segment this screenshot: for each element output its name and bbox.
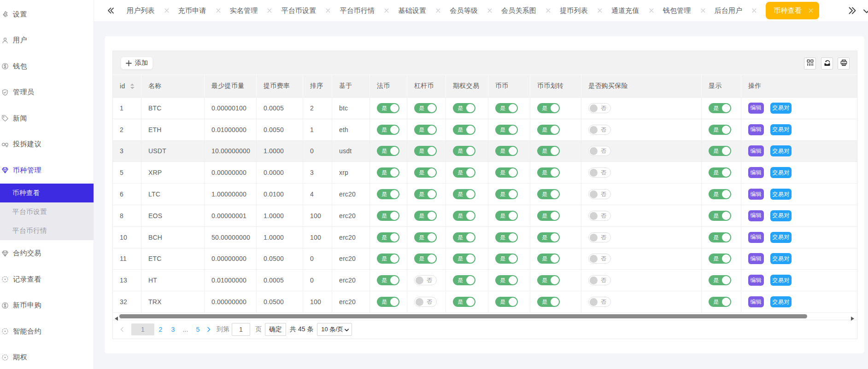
sidebar-item-options[interactable]: 期权 <box>0 344 94 369</box>
page-link-5[interactable]: 5 <box>192 326 204 333</box>
tab-platform-coin-market[interactable]: 平台币行情 <box>340 6 389 15</box>
scrollbar-thumb[interactable] <box>119 314 807 318</box>
edit-button[interactable]: 编辑 <box>748 232 764 243</box>
col-display-header[interactable]: 显示 <box>702 75 741 97</box>
tab-wallet-management[interactable]: 钱包管理 <box>663 6 705 15</box>
fiat-toggle[interactable]: 是 <box>377 103 399 113</box>
coin-transfer-toggle[interactable]: 是 <box>537 103 560 113</box>
table-row[interactable]: 5XRP0.000000000.00003xrp是是是是是否是编辑交易对 <box>113 162 857 184</box>
col-min-withdraw-header[interactable]: 最少提币量 <box>205 75 257 97</box>
display-toggle[interactable]: 是 <box>709 125 731 135</box>
tab-currency-view[interactable]: 币种查看 <box>766 2 819 19</box>
sidebar-item-contract-trading[interactable]: 合约交易 <box>0 240 94 266</box>
display-toggle[interactable]: 是 <box>709 275 731 285</box>
table-row[interactable]: 2ETH0.010000000.00501eth是是是是是否是编辑交易对 <box>113 119 857 141</box>
insurance-toggle[interactable]: 否 <box>588 275 611 285</box>
col-options-trading-header[interactable]: 期权交易 <box>446 75 488 97</box>
options-trading-toggle[interactable]: 是 <box>453 146 475 156</box>
coin-toggle[interactable]: 是 <box>495 103 518 113</box>
close-icon[interactable] <box>216 8 221 13</box>
sidebar-subitem-platform-coin-market[interactable]: 平台币行情 <box>0 221 94 240</box>
coin-transfer-toggle[interactable]: 是 <box>537 167 560 178</box>
display-toggle[interactable]: 是 <box>709 211 731 221</box>
coin-transfer-toggle[interactable]: 是 <box>537 146 560 156</box>
options-trading-toggle[interactable]: 是 <box>453 189 475 199</box>
display-toggle[interactable]: 是 <box>709 103 731 113</box>
prev-page-icon[interactable] <box>119 327 125 332</box>
tab-member-levels[interactable]: 会员等级 <box>450 6 492 15</box>
filter-columns-button[interactable] <box>804 58 816 69</box>
tab-member-relation-graph[interactable]: 会员关系图 <box>501 6 551 15</box>
leverage-toggle[interactable]: 是 <box>414 254 437 264</box>
export-button[interactable] <box>821 58 833 69</box>
col-base-header[interactable]: 基于 <box>332 75 370 97</box>
page-link-3[interactable]: 3 <box>167 326 179 333</box>
close-icon[interactable] <box>752 8 757 13</box>
close-icon[interactable] <box>809 8 813 13</box>
horizontal-scrollbar[interactable] <box>113 313 857 320</box>
coin-toggle[interactable]: 是 <box>495 189 518 199</box>
coin-transfer-toggle[interactable]: 是 <box>537 211 560 221</box>
table-row[interactable]: 11ETC0.000000000.05000erc20是是是是是否是编辑交易对 <box>113 248 857 270</box>
display-toggle[interactable]: 是 <box>709 254 731 264</box>
sidebar-item-smart-contract[interactable]: 智能合约 <box>0 318 94 345</box>
goto-page-input[interactable] <box>232 323 250 336</box>
col-operations-header[interactable]: 操作 <box>741 75 857 97</box>
fiat-toggle[interactable]: 是 <box>377 146 399 156</box>
col-fee-rate-header[interactable]: 提币费率 <box>257 75 303 97</box>
close-icon[interactable] <box>384 8 389 13</box>
table-row[interactable]: 6LTC1.000000000.01004erc20是是是是是否是编辑交易对 <box>113 184 857 205</box>
trading-pair-button[interactable]: 交易对 <box>770 275 792 286</box>
options-trading-toggle[interactable]: 是 <box>453 275 475 285</box>
coin-toggle[interactable]: 是 <box>495 275 518 285</box>
leverage-toggle[interactable]: 否 <box>414 275 437 285</box>
fiat-toggle[interactable]: 是 <box>377 167 399 178</box>
edit-button[interactable]: 编辑 <box>748 167 764 178</box>
trading-pair-button[interactable]: 交易对 <box>770 124 792 135</box>
scroll-left-icon[interactable] <box>115 314 118 323</box>
coin-transfer-toggle[interactable]: 是 <box>537 275 560 285</box>
col-fiat-header[interactable]: 法币 <box>370 75 407 97</box>
fiat-toggle[interactable]: 是 <box>377 232 399 242</box>
tab-channel-recharge[interactable]: 通道充值 <box>611 6 654 15</box>
insurance-toggle[interactable]: 否 <box>588 125 611 135</box>
sort-icon[interactable] <box>130 83 135 89</box>
trading-pair-button[interactable]: 交易对 <box>770 103 792 114</box>
trading-pair-button[interactable]: 交易对 <box>770 189 792 200</box>
tab-backend-users[interactable]: 后台用户 <box>715 6 757 15</box>
options-trading-toggle[interactable]: 是 <box>453 103 475 113</box>
fiat-toggle[interactable]: 是 <box>377 297 399 307</box>
col-leverage-header[interactable]: 杠杆币 <box>407 75 446 97</box>
table-row[interactable]: 1BTC0.000001000.00052btc是是是是是否是编辑交易对 <box>113 98 857 119</box>
fiat-toggle[interactable]: 是 <box>377 275 399 285</box>
close-icon[interactable] <box>164 8 169 13</box>
add-button[interactable]: 添加 <box>121 57 153 69</box>
coin-toggle[interactable]: 是 <box>495 232 518 242</box>
scroll-right-icon[interactable] <box>851 314 854 323</box>
options-trading-toggle[interactable]: 是 <box>453 125 475 135</box>
col-coin-transfer-header[interactable]: 币币划转 <box>530 75 581 97</box>
col-id-header[interactable]: id <box>113 75 141 97</box>
display-toggle[interactable]: 是 <box>709 146 731 156</box>
insurance-toggle[interactable]: 否 <box>588 167 611 178</box>
edit-button[interactable]: 编辑 <box>748 275 764 286</box>
tabs-overflow-icon[interactable] <box>847 6 857 16</box>
table-row[interactable]: 32TRX0.000000000.0500100erc20是否是是是否是编辑交易… <box>113 291 857 313</box>
options-trading-toggle[interactable]: 是 <box>453 167 475 178</box>
sidebar-item-wallet[interactable]: 钱包 <box>0 53 94 80</box>
close-icon[interactable] <box>487 8 492 13</box>
tab-basic-settings[interactable]: 基础设置 <box>398 6 440 15</box>
close-icon[interactable] <box>649 8 654 13</box>
page-link-2[interactable]: 2 <box>154 326 167 333</box>
table-row[interactable]: 8EOS0.000000011.0000100erc20是是是是是否是编辑交易对 <box>113 205 857 227</box>
display-toggle[interactable]: 是 <box>709 167 731 178</box>
insurance-toggle[interactable]: 否 <box>588 232 611 242</box>
edit-button[interactable]: 编辑 <box>748 103 764 114</box>
leverage-toggle[interactable]: 是 <box>414 146 437 156</box>
options-trading-toggle[interactable]: 是 <box>453 211 475 221</box>
tab-deposit-requests[interactable]: 充币申请 <box>178 6 221 15</box>
sidebar-item-admins[interactable]: 管理员 <box>0 80 94 106</box>
next-page-icon[interactable] <box>205 327 212 332</box>
col-name-header[interactable]: 名称 <box>141 75 205 97</box>
confirm-page-button[interactable]: 确定 <box>265 323 286 336</box>
